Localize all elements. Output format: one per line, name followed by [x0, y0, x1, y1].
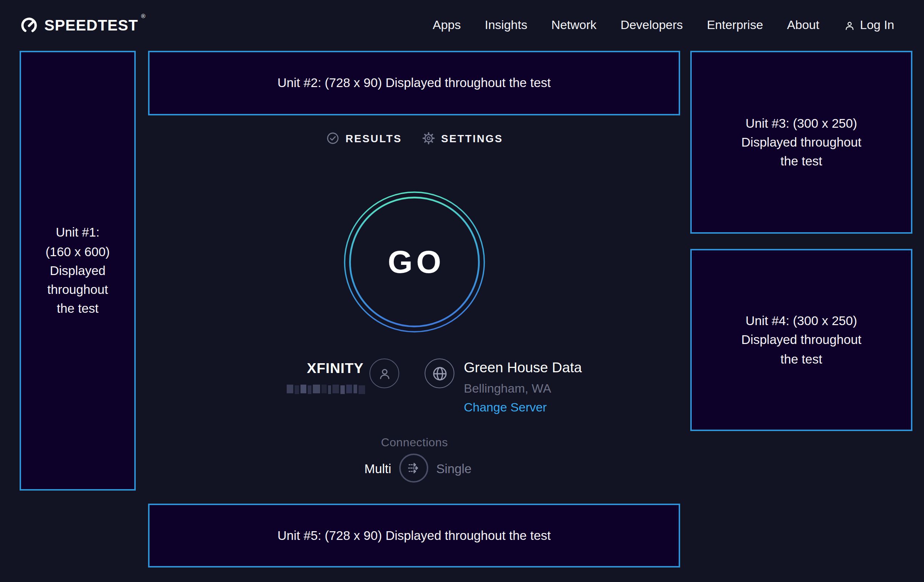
nav-item-apps[interactable]: Apps	[432, 18, 461, 33]
change-server-link[interactable]: Change Server	[464, 401, 547, 415]
go-button[interactable]: GO	[343, 191, 485, 333]
server-globe-badge	[425, 358, 454, 388]
isp-name: XFINITY	[307, 360, 364, 377]
connections-multi-option[interactable]: Multi	[365, 462, 391, 477]
check-circle-icon	[326, 131, 340, 145]
ad-unit-4-text: Unit #4: (300 x 250) Displayed throughou…	[741, 311, 861, 369]
main-nav: Apps Insights Network Developers Enterpr…	[432, 0, 894, 51]
tab-results-label: RESULTS	[345, 132, 402, 144]
brand-name: SPEEDTEST	[44, 17, 138, 34]
tab-settings[interactable]: SETTINGS	[421, 131, 503, 145]
speedtest-logo[interactable]: SPEEDTEST ®	[20, 0, 145, 51]
ad-line: Unit #1:	[45, 223, 110, 242]
ad-line: Displayed	[45, 261, 110, 280]
ad-line: Unit #3: (300 x 250)	[741, 114, 861, 133]
login-label: Log In	[860, 18, 894, 33]
ad-line: the test	[45, 299, 110, 318]
ad-line: throughout	[45, 280, 110, 299]
ad-unit-5[interactable]: Unit #5: (728 x 90) Displayed throughout…	[148, 504, 680, 567]
ad-line: Unit #4: (300 x 250)	[741, 311, 861, 331]
tab-results[interactable]: RESULTS	[326, 131, 402, 145]
ad-unit-4[interactable]: Unit #4: (300 x 250) Displayed throughou…	[690, 249, 912, 431]
ad-line: (160 x 600)	[45, 242, 110, 261]
server-location: Bellingham, WA	[464, 382, 551, 396]
connections-single-option[interactable]: Single	[436, 462, 472, 477]
connections-label: Connections	[342, 436, 487, 449]
ad-unit-1-text: Unit #1: (160 x 600) Displayed throughou…	[45, 223, 110, 318]
ad-unit-3[interactable]: Unit #3: (300 x 250) Displayed throughou…	[690, 51, 912, 234]
ad-line: the test	[741, 152, 861, 171]
server-name: Green House Data	[464, 359, 582, 376]
connections-toggle[interactable]	[399, 453, 428, 483]
ad-unit-5-text: Unit #5: (728 x 90) Displayed throughout…	[278, 526, 551, 545]
login-button[interactable]: Log In	[843, 18, 894, 33]
header: SPEEDTEST ® Apps Insights Network Develo…	[0, 0, 924, 51]
ad-line: the test	[741, 350, 861, 369]
speedtest-page: SPEEDTEST ® Apps Insights Network Develo…	[0, 0, 924, 582]
ad-line: Displayed throughout	[741, 331, 861, 350]
ad-unit-3-text: Unit #3: (300 x 250) Displayed throughou…	[741, 114, 861, 171]
ad-unit-1[interactable]: Unit #1: (160 x 600) Displayed throughou…	[20, 51, 136, 491]
isp-user-badge	[370, 358, 399, 388]
tab-settings-label: SETTINGS	[441, 132, 503, 144]
nav-item-about[interactable]: About	[787, 18, 820, 33]
nav-item-developers[interactable]: Developers	[620, 18, 683, 33]
gear-icon	[421, 131, 435, 145]
speedometer-icon	[20, 16, 38, 35]
ad-unit-2-text: Unit #2: (728 x 90) Displayed throughout…	[278, 74, 551, 93]
ad-unit-2[interactable]: Unit #2: (728 x 90) Displayed throughout…	[148, 51, 680, 115]
user-icon	[843, 19, 855, 31]
ip-address-redacted	[287, 385, 365, 395]
go-button-label: GO	[343, 191, 485, 333]
nav-item-insights[interactable]: Insights	[485, 18, 527, 33]
nav-item-enterprise[interactable]: Enterprise	[707, 18, 763, 33]
multi-arrows-icon	[404, 458, 424, 478]
nav-item-network[interactable]: Network	[551, 18, 597, 33]
tabs-bar: RESULTS SETTINGS	[298, 131, 531, 145]
user-icon	[376, 364, 393, 382]
ad-line: Displayed throughout	[741, 133, 861, 152]
trademark-symbol: ®	[141, 13, 145, 20]
globe-icon	[430, 364, 449, 383]
